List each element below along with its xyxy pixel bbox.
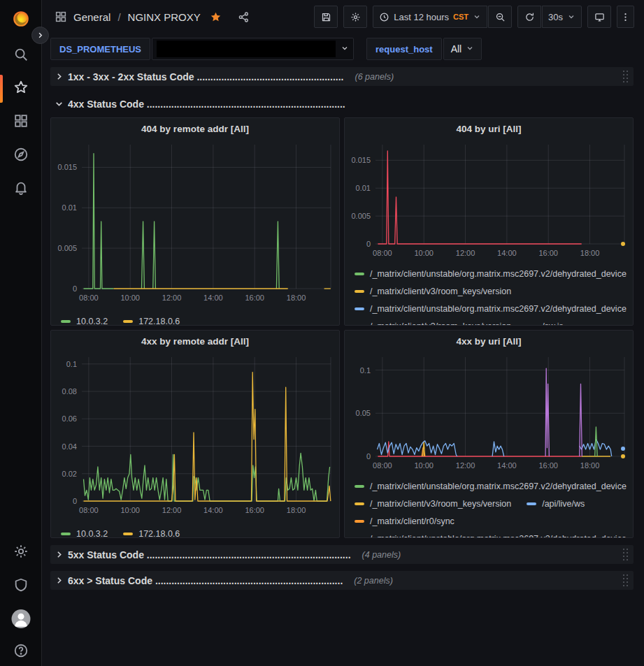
- alerting-bell-icon[interactable]: [13, 180, 29, 196]
- x-axis-tick-label: 18:00: [287, 294, 306, 302]
- row-4xx[interactable]: 4xx Status Code ........................…: [50, 94, 634, 113]
- timeseries-chart[interactable]: 00.050.108:0010:0012:0014:0016:0018:00: [345, 352, 633, 472]
- kebab-menu-button[interactable]: [617, 6, 634, 28]
- legend-swatch: [527, 325, 536, 326]
- sidebar-expand-button[interactable]: [31, 27, 49, 44]
- chevron-down-icon: [567, 13, 575, 21]
- row-drag-handle[interactable]: [623, 574, 629, 587]
- variable-value-ds-prometheus[interactable]: [152, 38, 354, 60]
- panel-legend: 10.0.3.2172.18.0.6: [51, 525, 339, 537]
- legend-swatch: [355, 307, 364, 310]
- variable-value-request-host[interactable]: All: [443, 38, 482, 60]
- save-dashboard-button[interactable]: [314, 6, 338, 28]
- x-axis-tick-label: 10:00: [120, 294, 140, 302]
- x-axis-tick-label: 18:00: [580, 461, 600, 470]
- panel-title[interactable]: 404 by remote addr [All]: [51, 118, 339, 139]
- legend-swatch: [123, 533, 133, 535]
- series-line: [153, 222, 156, 289]
- zoom-out-time-button[interactable]: [488, 6, 512, 28]
- row-title: 1xx - 3xx - 2xx Status Code ............…: [68, 71, 343, 82]
- tv-kiosk-mode-button[interactable]: [587, 6, 611, 28]
- row-5xx[interactable]: 5xx Status Code ........................…: [50, 545, 634, 564]
- legend-item[interactable]: /_matrix/client/v3/room_keys/version: [355, 495, 511, 512]
- help-icon[interactable]: [13, 643, 29, 658]
- breadcrumb-folder[interactable]: General: [73, 11, 110, 23]
- legend-swatch: [355, 485, 364, 488]
- server-admin-shield-icon[interactable]: [13, 577, 29, 593]
- x-axis-tick-label: 08:00: [79, 294, 99, 302]
- configuration-gear-icon[interactable]: [13, 544, 29, 559]
- y-axis-tick-label: 0.015: [351, 156, 371, 164]
- apps-grid-icon: [55, 10, 67, 23]
- y-axis-tick-label: 0.1: [66, 360, 77, 368]
- x-axis-tick-label: 12:00: [456, 249, 475, 257]
- legend-label: 10.0.3.2: [76, 317, 108, 326]
- legend-item[interactable]: /_matrix/client/unstable/org.matrix.msc2…: [355, 530, 627, 537]
- x-axis-tick-label: 08:00: [373, 461, 392, 470]
- panel-404-by-uri: 404 by uri [All] 00.0050.010.01508:0010:…: [344, 117, 634, 326]
- dashboards-icon[interactable]: [13, 113, 29, 129]
- grafana-logo[interactable]: [12, 10, 30, 28]
- y-axis-tick-label: 0.005: [351, 212, 371, 220]
- refresh-button[interactable]: [517, 6, 541, 28]
- row-drag-handle[interactable]: [623, 549, 629, 561]
- legend-item[interactable]: 172.18.0.6: [123, 312, 180, 325]
- panel-title[interactable]: 4xx by uri [All]: [345, 331, 633, 352]
- search-icon[interactable]: [13, 47, 29, 62]
- series-line: [142, 222, 145, 289]
- legend-item[interactable]: 10.0.3.2: [61, 525, 108, 537]
- time-range-picker[interactable]: Last 12 hours CST: [373, 6, 487, 28]
- x-axis-tick-label: 16:00: [538, 249, 558, 257]
- legend-item[interactable]: /api/live/ws: [527, 495, 585, 512]
- legend-item[interactable]: /_matrix/client/v3/room_keys/version: [355, 282, 511, 300]
- timeseries-chart[interactable]: 00.0050.010.01508:0010:0012:0014:0016:00…: [51, 139, 339, 304]
- legend-item[interactable]: 172.18.0.6: [123, 525, 180, 537]
- breadcrumb-separator: /: [117, 11, 120, 23]
- timeseries-chart[interactable]: 00.0050.010.01508:0010:0012:0014:0016:00…: [345, 139, 633, 259]
- legend-item[interactable]: /_matrix/client/v3/room_keys/version: [355, 317, 511, 325]
- x-axis-tick-label: 10:00: [414, 461, 434, 470]
- legend-swatch: [355, 537, 364, 538]
- legend-item[interactable]: /_matrix/client/unstable/org.matrix.msc2…: [355, 300, 627, 317]
- legend-item[interactable]: /_matrix/client/r0/sync: [355, 512, 455, 530]
- y-axis-tick-label: 0: [73, 284, 77, 293]
- x-axis-tick-label: 16:00: [245, 294, 264, 302]
- row-6xx[interactable]: 6xx > Status Code ......................…: [50, 571, 634, 590]
- legend-swatch: [355, 325, 364, 326]
- legend-item[interactable]: /_matrix/client/unstable/org.matrix.msc2…: [355, 477, 627, 495]
- panel-legend: 10.0.3.2172.18.0.6: [51, 312, 339, 325]
- starred-icon[interactable]: [13, 80, 29, 95]
- row-1xx-3xx-2xx[interactable]: 1xx - 3xx - 2xx Status Code ............…: [50, 67, 634, 86]
- timeseries-chart[interactable]: 00.020.040.060.080.108:0010:0012:0014:00…: [51, 352, 339, 516]
- dashboard-toolbar: Last 12 hours CST 30s: [314, 6, 634, 28]
- row-title: 4xx Status Code ........................…: [68, 99, 345, 110]
- y-axis-tick-label: 0.02: [62, 470, 77, 478]
- legend-label: /_matrix/client/unstable/org.matrix.msc2…: [370, 304, 627, 314]
- panel-4xx-by-uri: 4xx by uri [All] 00.050.108:0010:0012:00…: [344, 330, 634, 538]
- favorite-star-icon[interactable]: [210, 11, 222, 23]
- share-icon[interactable]: [238, 11, 250, 23]
- y-axis-tick-label: 0: [366, 240, 371, 248]
- active-section-indicator: [0, 75, 3, 103]
- dashboard-settings-button[interactable]: [343, 6, 367, 28]
- chevron-right-icon: [55, 550, 64, 559]
- row-drag-handle[interactable]: [623, 71, 629, 83]
- time-range-label: Last 12 hours: [394, 12, 449, 22]
- panel-legend: /_matrix/client/unstable/org.matrix.msc2…: [345, 265, 633, 325]
- explore-compass-icon[interactable]: [13, 147, 29, 162]
- user-avatar[interactable]: [11, 609, 30, 628]
- series-line: [276, 222, 279, 289]
- legend-item[interactable]: 10.0.3.2: [61, 312, 108, 325]
- legend-label: /_matrix/client/r0/sync: [370, 516, 455, 526]
- legend-item[interactable]: /_matrix/client/unstable/org.matrix.msc2…: [355, 265, 627, 282]
- panel-title[interactable]: 4xx by remote addr [All]: [51, 331, 339, 352]
- dashboard-header: General / NGINX PROXY Last 12 hours CST: [42, 0, 644, 34]
- x-axis-tick-label: 18:00: [287, 506, 306, 514]
- chevron-right-icon: [55, 72, 64, 81]
- legend-item[interactable]: /sw.js: [527, 317, 564, 325]
- panel-title[interactable]: 404 by uri [All]: [345, 118, 633, 139]
- legend-swatch: [355, 273, 364, 275]
- x-axis-tick-label: 08:00: [373, 249, 392, 257]
- dashboard-title[interactable]: NGINX PROXY: [128, 11, 201, 23]
- refresh-interval-picker[interactable]: 30s: [542, 6, 582, 28]
